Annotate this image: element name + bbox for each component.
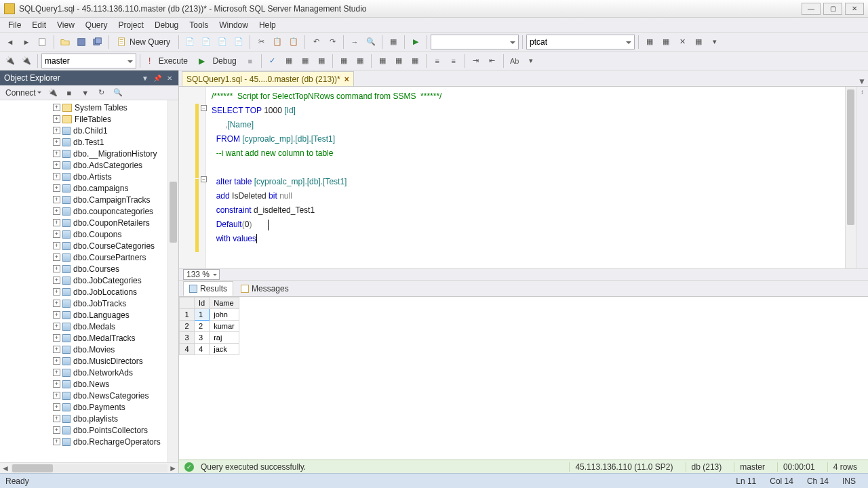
maximize-button[interactable]: ▢ [823,3,842,15]
specify-values-button[interactable]: Ab [507,54,522,68]
oe-refresh-icon[interactable]: ↻ [94,85,109,100]
expand-icon[interactable]: + [53,207,60,215]
object-tree[interactable]: +System Tables+FileTables+db.Child1+db.T… [0,100,167,462]
expand-icon[interactable]: + [53,380,60,388]
tb-extra-2[interactable]: ▦ [691,35,706,49]
expand-icon[interactable]: + [53,115,60,123]
expand-icon[interactable]: + [53,173,60,180]
expand-icon[interactable]: + [53,288,60,296]
table-row[interactable]: 33raj [180,332,239,344]
table-row[interactable]: 22kumar [180,321,239,332]
oe-stop-icon[interactable]: ■ [62,85,77,100]
expand-icon[interactable]: + [53,219,60,226]
results-to-grid-button[interactable]: ▦ [391,54,406,68]
tree-item[interactable]: +db.Child1 [0,125,167,136]
tree-item[interactable]: +dbo.campaigns [0,182,167,194]
menu-file[interactable]: File [3,19,26,31]
close-button[interactable]: ✕ [845,3,864,15]
oe-search-icon[interactable]: 🔍 [111,85,125,100]
cell-name[interactable]: jack [210,344,239,355]
column-header[interactable] [180,298,195,309]
tree-item[interactable]: +dbo.MusicDirectors [0,355,167,367]
expand-icon[interactable]: + [53,300,60,307]
expand-icon[interactable]: + [53,265,60,272]
tree-vertical-scrollbar[interactable] [167,100,178,462]
tree-item[interactable]: +System Tables [0,102,167,113]
tree-item[interactable]: +dbo.Payments [0,401,167,413]
menu-debug[interactable]: Debug [149,19,184,31]
table-row[interactable]: 11john [180,309,239,321]
expand-icon[interactable]: + [53,161,60,169]
panel-close-icon[interactable]: ✕ [165,73,174,83]
tb-icon-3[interactable]: 📄 [215,35,230,49]
tree-item[interactable]: +dbo.JobLocations [0,286,167,298]
change-connection-button[interactable]: 🔌 [19,54,34,68]
menu-query[interactable]: Query [80,19,113,31]
expand-icon[interactable]: + [53,277,60,284]
find-button[interactable]: 🔍 [363,35,378,49]
cell-id[interactable]: 3 [195,332,210,344]
save-button[interactable] [74,35,89,49]
new-query-button[interactable]: New Query [113,35,175,49]
expand-icon[interactable]: + [53,438,60,445]
row-header[interactable]: 2 [180,321,195,332]
tree-item[interactable]: +dbo.CoursePartners [0,251,167,263]
expand-icon[interactable]: + [53,403,60,411]
tree-item[interactable]: +dbo.CampaignTracks [0,194,167,205]
panel-pin-icon[interactable]: 📌 [153,73,162,83]
menu-view[interactable]: View [52,19,80,31]
activity-monitor-button[interactable]: ▦ [658,35,673,49]
expand-icon[interactable]: + [53,334,60,342]
tree-item[interactable]: +dbo.JobCategories [0,274,167,286]
tree-item[interactable]: +dbo.Languages [0,309,167,321]
start-button[interactable]: ▶ [408,35,423,49]
forward-button[interactable]: ► [19,35,34,49]
table-row[interactable]: 44jack [180,344,239,355]
open-button[interactable] [58,35,73,49]
menu-project[interactable]: Project [113,19,149,31]
menu-edit[interactable]: Edit [26,19,52,31]
indent-button[interactable]: ⇥ [469,54,484,68]
expand-icon[interactable]: + [53,346,60,353]
oe-filter-icon[interactable]: ▼ [78,85,93,100]
expand-icon[interactable]: + [53,230,60,238]
column-header[interactable]: Id [195,298,210,309]
tree-item[interactable]: +dbo.Courses [0,263,167,274]
solution-config-combo[interactable] [431,35,519,49]
save-all-button[interactable] [90,35,105,49]
outdent-button[interactable]: ⇤ [485,54,500,68]
menu-window[interactable]: Window [214,19,254,31]
expand-icon[interactable]: + [53,311,60,319]
cell-name[interactable]: raj [210,332,239,344]
expand-icon[interactable]: + [53,138,60,146]
menu-tools[interactable]: Tools [184,19,214,31]
tree-item[interactable]: +dbo.__MigrationHistory [0,148,167,159]
tree-item[interactable]: +dbo.Movies [0,344,167,355]
tab-messages[interactable]: Messages [235,281,295,296]
tb-icon-2[interactable]: 📄 [199,35,214,49]
copy-button[interactable]: 📋 [270,35,285,49]
tree-item[interactable]: +dbo.NetworkAds [0,367,167,378]
panel-dropdown-icon[interactable]: ▼ [140,73,150,83]
fold-toggle-2[interactable]: − [201,176,207,182]
editor-scrollbar-thumb[interactable] [847,89,854,225]
navigate-button[interactable]: → [347,35,362,49]
execute-button[interactable]: ! Execute [144,54,193,68]
expand-icon[interactable]: + [53,127,60,134]
row-header[interactable]: 3 [180,332,195,344]
expand-icon[interactable]: + [53,369,60,376]
expand-icon[interactable]: + [53,323,60,330]
undo-button[interactable]: ↶ [309,35,323,49]
document-tab[interactable]: SQLQuery1.sql - 45....0.master (db (213)… [182,71,354,86]
tree-item[interactable]: +dbo.playlists [0,413,167,424]
expand-icon[interactable]: + [53,426,60,434]
tree-item[interactable]: +dbo.RechargeOperators [0,436,167,447]
scrollbar-thumb[interactable] [170,182,177,243]
cut-button[interactable]: ✂ [254,35,269,49]
tree-item[interactable]: +dbo.Medals [0,321,167,332]
uncomment-button[interactable]: ≡ [446,54,461,68]
toolbar-overflow[interactable]: ▾ [707,35,722,49]
minimize-button[interactable]: — [802,3,821,15]
new-project-button[interactable] [35,35,50,49]
include-plan-button[interactable]: ▦ [336,54,351,68]
